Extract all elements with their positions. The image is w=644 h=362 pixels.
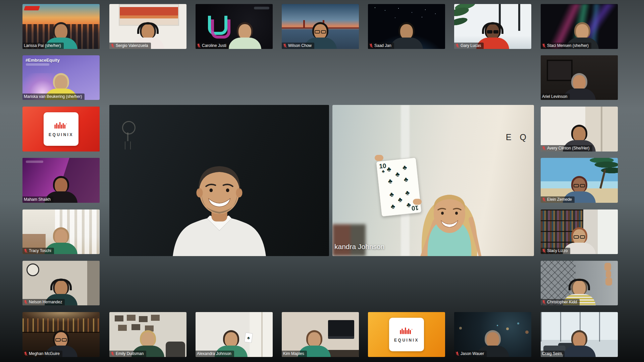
participant-tile-wilson[interactable]: Wilson Chow [282, 4, 359, 49]
participant-tile-gary[interactable]: Gary Lucas [454, 4, 531, 49]
video-thumbnail [368, 4, 445, 49]
hand-decor [413, 199, 422, 205]
participant-tile-staci[interactable]: Staci Mensen (she/her) [541, 4, 618, 49]
participant-tile-sergio[interactable]: Sergio Valenzuela [109, 4, 186, 49]
participant-nameplate: Mariska van Beukering (she/her) [22, 94, 85, 100]
mic-muted-icon [455, 352, 459, 356]
participant-tile-ariel[interactable]: Ariel Levinson [541, 55, 618, 100]
participant-nameplate: Wilson Chow [282, 43, 314, 49]
avatar [561, 330, 598, 357]
video-feed [109, 105, 329, 256]
hand-decor [375, 155, 383, 161]
participant-name: Sergio Valenzuela [116, 43, 148, 48]
participant-tile-jason[interactable]: Jason Wauer [454, 312, 531, 357]
participant-name: Larissa Pai (she/her) [24, 43, 61, 48]
participant-name: Stacy Lizzo [547, 248, 568, 253]
participant-name: Maham Shaikh [24, 197, 51, 202]
participant-nameplate: Jason Wauer [454, 351, 487, 357]
equinix-brand-tile-orange[interactable]: EQUINIX [368, 312, 445, 357]
exercise-bike-decor [166, 342, 185, 357]
participant-tile-maham[interactable]: Maham Shaikh [22, 158, 100, 203]
participant-nameplate: Larissa Pai (she/her) [22, 43, 64, 49]
participant-name: Caroline Justi [202, 43, 226, 48]
participant-tile-stacy[interactable]: Stacy Lizzo [541, 209, 618, 254]
video-thumbnail [22, 158, 100, 203]
equinix-watermark [254, 7, 269, 9]
brand-background: EQUINIX [22, 107, 100, 152]
participant-tile-christopher[interactable]: Christopher Kidd [541, 261, 618, 305]
sunglasses-decor [487, 30, 498, 34]
card-corner: 10♣ [379, 163, 387, 174]
spotlight-tile-alexandra[interactable]: E Q 10♣ ♣ ♣ ♣ ♣ ♣ ♣ [332, 105, 534, 256]
participant-nameplate: Sergio Valenzuela [109, 43, 151, 49]
participant-name: Alexandra Johnson [197, 351, 231, 356]
mic-muted-icon [542, 300, 546, 304]
wall-clock-decor [26, 263, 39, 276]
participant-nameplate: Meghan McGuire [22, 351, 62, 357]
participant-tile-mariska[interactable]: #EmbraceEquity Mariska van Beukering (sh… [22, 55, 100, 100]
video-thumbnail [541, 158, 618, 203]
window-decor [598, 209, 618, 254]
participant-tile-alexandra[interactable]: ♣ Alexandra Johnson [196, 312, 273, 357]
participant-nameplate: Avery Clinton (She/Her) [541, 145, 592, 152]
participant-tile-emily[interactable]: Emily Duitsman [109, 312, 186, 357]
participant-name: Staci Mensen (she/her) [547, 43, 589, 48]
participant-tile-craig[interactable]: Craig Seim [541, 312, 618, 357]
video-thumbnail [541, 312, 618, 357]
participant-name: Avery Clinton (She/Her) [547, 146, 590, 150]
bokeh-lights-decor [497, 325, 498, 326]
participant-tile-kim[interactable]: Kim Maples [282, 312, 359, 357]
speaker-avatar [147, 157, 291, 256]
mic-muted-icon [283, 44, 287, 48]
participant-tile-saad[interactable]: Saad Jan [368, 4, 445, 49]
glasses-decor [315, 30, 326, 34]
video-thumbnail [109, 4, 186, 49]
embrace-equity-text: #EmbraceEquity [25, 58, 60, 63]
video-thumbnail [109, 312, 186, 357]
headphones-decor [137, 22, 159, 34]
mic-muted-icon [542, 44, 546, 48]
mic-muted-icon [197, 44, 201, 48]
mic-muted-icon [542, 197, 546, 202]
participant-nameplate: Christopher Kidd [541, 299, 580, 305]
participant-nameplate: Stacy Lizzo [541, 248, 570, 254]
raised-fist-decor [604, 263, 611, 271]
mic-muted-icon [542, 249, 546, 253]
active-speaker-tile[interactable] [109, 105, 329, 256]
video-thumbnail [541, 4, 618, 49]
participant-name: Tracy Toschi [29, 248, 51, 253]
participant-name: Emily Duitsman [116, 351, 144, 356]
participant-nameplate: Kim Maples [282, 351, 307, 357]
equinix-logo-card: EQUINIX [44, 112, 78, 146]
participant-tile-elein[interactable]: Elein Zemede [541, 158, 618, 203]
participant-tile-avery[interactable]: Avery Clinton (She/Her) [541, 107, 618, 152]
iwd-logo-decor [26, 63, 49, 66]
participant-tile-meghan[interactable]: Meghan McGuire [22, 312, 100, 357]
glasses-decor [574, 235, 585, 239]
mic-muted-icon [542, 146, 546, 150]
equinix-logo-icon [54, 121, 68, 130]
video-thumbnail [282, 4, 359, 49]
participant-tile-nelson[interactable]: Nelson Hernandez [22, 261, 100, 305]
participant-tile-tracy[interactable]: Tracy Toschi [22, 209, 100, 254]
equinix-brand-tile-red[interactable]: EQUINIX [22, 107, 100, 152]
participant-nameplate: Saad Jan [368, 43, 394, 49]
participant-name: Ariel Levinson [542, 94, 567, 99]
mic-muted-icon [24, 300, 28, 304]
mini-card-decor: ♣ [244, 333, 253, 343]
video-thumbnail [541, 107, 618, 152]
glasses-decor [574, 184, 585, 187]
video-thumbnail [454, 4, 531, 49]
gallery-frames-decor [115, 315, 123, 321]
headphones-decor [569, 279, 590, 290]
equinix-banner-decor [24, 6, 40, 10]
participant-nameplate: Tracy Toschi [22, 248, 54, 254]
participant-tile-caroline[interactable]: Caroline Justi [196, 4, 273, 49]
participant-tile-larissa[interactable]: Larissa Pai (she/her) [22, 4, 100, 49]
mic-muted-icon [111, 44, 114, 48]
equinix-logo-icon [399, 327, 414, 336]
participant-name: Christopher Kidd [547, 300, 577, 304]
participant-name: Saad Jan [374, 43, 391, 48]
participant-nameplate: Elein Zemede [541, 196, 575, 203]
mic-muted-icon [455, 44, 459, 48]
